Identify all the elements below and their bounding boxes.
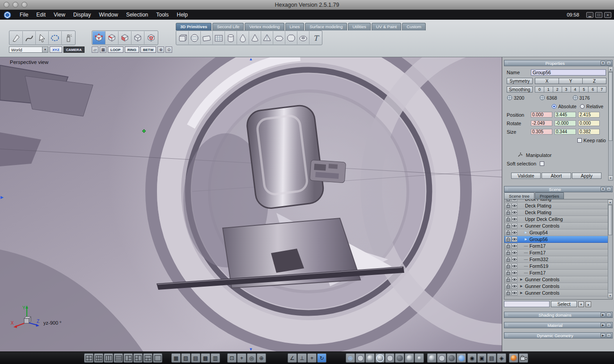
lock-icon[interactable] [505, 250, 511, 255]
patch-display-icon[interactable] [405, 353, 414, 363]
expand-icon[interactable]: ▶ [519, 278, 524, 281]
keep-ratio-checkbox[interactable] [577, 138, 582, 143]
position-y-field[interactable]: 3.445 [555, 112, 576, 118]
snap-tool-icon[interactable]: + [307, 353, 317, 363]
lock-icon[interactable] [505, 223, 511, 229]
smoothing-button[interactable]: Smoothing [507, 86, 533, 93]
world-select[interactable]: World ▼ [9, 47, 48, 53]
texture-rows-icon[interactable]: ▥ [211, 353, 220, 363]
absolute-radio[interactable] [552, 104, 556, 109]
uv-editor-icon[interactable]: ▣ [477, 353, 487, 363]
scene-tree-row-group54[interactable]: ▶Group54 [504, 229, 608, 236]
xyz-button[interactable]: XYZ [50, 47, 62, 53]
render-icon[interactable] [509, 353, 518, 363]
orbit-tool-icon[interactable]: ↻ [317, 353, 326, 363]
zoom-view-icon[interactable]: ◎ [247, 353, 256, 363]
lock-icon[interactable] [505, 263, 511, 269]
select-down-icon[interactable]: ▼ [578, 301, 584, 307]
lock-icon[interactable] [505, 210, 511, 215]
wireframe-display-icon[interactable]: ⊕ [346, 353, 355, 363]
scene-tree-row-form17[interactable]: —Form17 [504, 270, 608, 276]
split-handle-bottom[interactable]: ▼ [249, 347, 253, 351]
ellipse-select-icon[interactable] [49, 31, 62, 44]
scene-tree-row-uppr-deck-ceiling[interactable]: Uppr Deck Ceiling [504, 216, 608, 223]
smoothing-level-3[interactable]: 3 [562, 86, 571, 93]
loop-button[interactable]: LOOP [108, 47, 123, 53]
dark-display-icon[interactable] [395, 353, 404, 363]
menu-item-view[interactable]: View [50, 12, 69, 18]
edge-mode-icon[interactable] [106, 31, 119, 44]
panel-close-icon[interactable]: × [606, 323, 611, 327]
visibility-eye-icon[interactable] [512, 277, 517, 282]
lock-icon[interactable] [505, 237, 511, 242]
scene-tree-row-gunner-controls[interactable]: ▶Gunner Controls [504, 290, 608, 296]
visibility-eye-icon[interactable] [512, 257, 517, 262]
points-display-icon[interactable] [415, 353, 424, 363]
panel-grip-icon[interactable]: ∷ [504, 187, 509, 191]
position-z-field[interactable]: 2.415 [578, 112, 600, 118]
layout-right-split-icon[interactable] [133, 353, 143, 363]
teardrop-primitive-icon[interactable] [237, 31, 249, 44]
material-panel-header[interactable]: ∷Material▶× [504, 322, 613, 328]
shaded-wire-display-icon[interactable] [375, 353, 385, 363]
collapse-icon[interactable]: ▼ [519, 224, 524, 228]
textured-display-icon[interactable] [385, 353, 394, 363]
close-button[interactable]: × [604, 12, 611, 18]
visibility-eye-icon[interactable] [512, 210, 517, 215]
visibility-eye-icon[interactable] [512, 284, 517, 289]
lock-icon[interactable] [505, 257, 511, 262]
shading-domains-panel-header[interactable]: ∷Shading domains▶× [504, 312, 613, 318]
lock-icon[interactable] [505, 230, 511, 235]
tab-second-life[interactable]: Second Life [212, 23, 244, 30]
visibility-eye-icon[interactable] [512, 250, 517, 255]
material-ball-icon[interactable]: ◉ [467, 353, 477, 363]
expand-panel-icon[interactable]: ▶ [601, 333, 606, 338]
scene-tree-row-gunner-controls[interactable]: ▼Gunner Controls [504, 223, 608, 229]
smoothing-level-4[interactable]: 4 [571, 86, 580, 93]
panel-grip-icon[interactable]: ∷ [504, 334, 509, 338]
uv-grid-icon[interactable]: ▦ [171, 353, 181, 363]
smoothing-level-1[interactable]: 1 [544, 86, 553, 93]
smooth-display-icon[interactable] [365, 353, 375, 363]
select-arrow-icon[interactable] [36, 31, 49, 44]
scene-tree-row-gunner-controls[interactable]: ▶Gunner Controls [504, 283, 608, 290]
highlight-icon[interactable] [457, 353, 466, 363]
size-y-field[interactable]: 0.344 [555, 129, 576, 135]
tab-scene-tree[interactable]: Scene tree [504, 192, 534, 199]
lock-icon[interactable] [505, 243, 511, 249]
visibility-eye-icon[interactable] [512, 290, 517, 296]
plane-primitive-icon[interactable] [201, 31, 213, 44]
texture-colors-icon[interactable]: ▩ [201, 353, 210, 363]
sphere-primitive-icon[interactable] [189, 31, 201, 44]
visibility-eye-icon[interactable] [512, 199, 517, 202]
expand-panel-icon[interactable]: ▶ [601, 313, 606, 317]
visibility-eye-icon[interactable] [512, 270, 517, 275]
size-x-field[interactable]: 0.305 [531, 129, 552, 135]
lock-icon[interactable] [505, 277, 511, 282]
knife-tool-icon[interactable] [10, 31, 23, 44]
tab-uv-paint[interactable]: UV & Paint [372, 23, 401, 30]
grid-edge-icon[interactable]: ▦ [100, 47, 106, 53]
torus-primitive-icon[interactable] [297, 31, 309, 44]
expand-icon[interactable]: ▶ [523, 237, 529, 241]
symmetry-button[interactable]: Symmetry [507, 78, 533, 84]
rotate-x-field[interactable]: -2.049 [531, 120, 552, 126]
camera-icon[interactable] [519, 353, 528, 363]
layout-six-icon[interactable] [94, 353, 103, 363]
scene-tree-row-form332[interactable]: —Form332 [504, 256, 608, 263]
pan-view-icon[interactable]: + [237, 353, 246, 363]
auto-mode-icon[interactable] [144, 31, 157, 44]
menu-item-help[interactable]: Help [173, 12, 192, 18]
select-button[interactable]: Select [551, 301, 577, 307]
tab-utilities[interactable]: Utilities [348, 23, 371, 30]
tab-lines[interactable]: Lines [285, 23, 305, 30]
visibility-eye-icon[interactable] [512, 237, 517, 242]
lock-icon[interactable] [505, 284, 511, 289]
relative-radio[interactable] [580, 104, 584, 109]
panel-grip-icon[interactable]: ∷ [504, 61, 509, 65]
smoothing-level-0[interactable]: 0 [535, 86, 544, 93]
size-z-field[interactable]: 0.382 [578, 129, 600, 135]
abort-button[interactable]: Abort [542, 173, 571, 179]
hexprism-primitive-icon[interactable] [273, 31, 285, 44]
split-handle-left[interactable]: ▶ [0, 195, 4, 199]
